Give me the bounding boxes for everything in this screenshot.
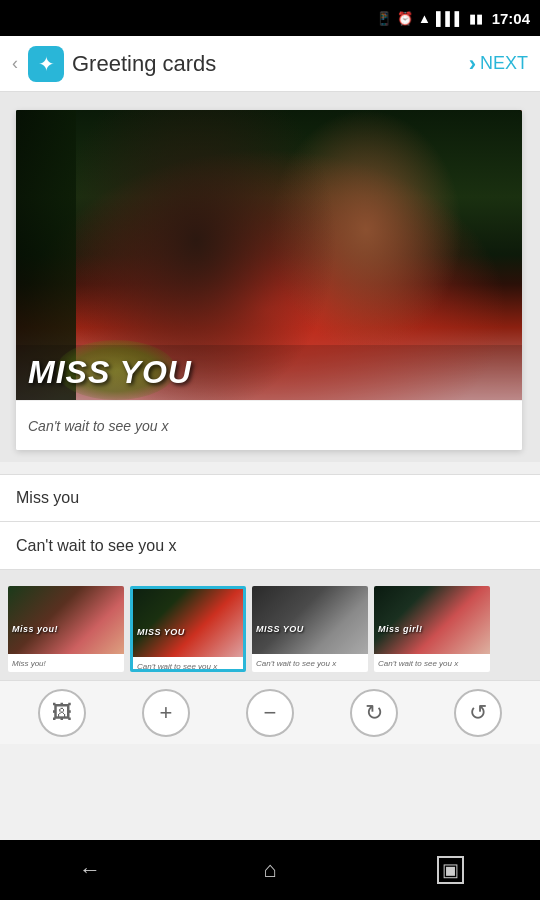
text-field-title-value[interactable]: Miss you	[16, 489, 524, 507]
next-label: NEXT	[480, 53, 528, 74]
card-main-text: MISS YOU	[28, 355, 510, 390]
thumb-photo-1: Miss you!	[8, 586, 124, 654]
status-bar: 📱 ⏰ ▲ ▌▌▌ ▮▮ 17:04	[0, 0, 540, 36]
thumb-photo-3: MISS YOU	[252, 586, 368, 654]
thumbnail-3[interactable]: MISS YOU Can't wait to see you x	[252, 586, 368, 672]
card-text-overlay: MISS YOU	[16, 345, 522, 400]
wifi-icon: ▲	[418, 11, 431, 26]
app-icon: ✦	[28, 46, 64, 82]
sim-icon: 📱	[376, 11, 392, 26]
thumb-photo-4: Miss girl!	[374, 586, 490, 654]
text-field-subtitle-value[interactable]: Can't wait to see you x	[16, 537, 524, 555]
card-preview[interactable]: MISS YOU Can't wait to see you x	[16, 110, 522, 450]
add-button[interactable]: +	[142, 689, 190, 737]
thumb-text-overlay-4: Miss girl!	[378, 618, 486, 636]
rotate-button[interactable]: ↻	[350, 689, 398, 737]
thumbnail-4[interactable]: Miss girl! Can't wait to see you x	[374, 586, 490, 672]
toolbar: 🖼 + − ↻ ↺	[0, 680, 540, 744]
thumbnail-1[interactable]: Miss you! Miss you!	[8, 586, 124, 672]
nav-recents-icon: ▣	[437, 856, 464, 884]
thumb-text-overlay-2: MISS YOU	[137, 621, 239, 639]
thumb-main-text-4: Miss girl!	[378, 624, 423, 634]
thumb-caption-1: Miss you!	[12, 659, 46, 668]
thumb-caption-4: Can't wait to see you x	[378, 659, 458, 668]
battery-icon: ▮▮	[469, 11, 483, 26]
remove-button[interactable]: −	[246, 689, 294, 737]
thumb-caption-3: Can't wait to see you x	[256, 659, 336, 668]
status-icons: 📱 ⏰ ▲ ▌▌▌ ▮▮ 17:04	[376, 10, 530, 27]
thumb-photo-2: MISS YOU	[133, 589, 243, 657]
nav-home-icon: ⌂	[263, 857, 276, 883]
undo-button[interactable]: ↺	[454, 689, 502, 737]
thumbnail-2[interactable]: MISS YOU Can't wait to see you x	[130, 586, 246, 672]
nav-back-button[interactable]: ←	[60, 850, 120, 890]
text-fields-section: Miss you Can't wait to see you x	[0, 474, 540, 578]
next-chevron-icon: ›	[469, 51, 476, 77]
image-icon: 🖼	[52, 701, 72, 724]
thumbnails-section: Miss you! Miss you! MISS YOU Can't wait …	[0, 578, 540, 680]
thumb-footer-4: Can't wait to see you x	[374, 654, 490, 672]
remove-icon: −	[264, 700, 277, 726]
thumb-footer-1: Miss you!	[8, 654, 124, 672]
signal-icon: ▌▌▌	[436, 11, 464, 26]
thumb-text-overlay-3: MISS YOU	[256, 618, 364, 636]
rotate-icon: ↻	[365, 700, 383, 726]
nav-recents-button[interactable]: ▣	[420, 850, 480, 890]
status-time: 17:04	[492, 10, 530, 27]
nav-back-icon: ←	[79, 857, 101, 883]
thumb-footer-3: Can't wait to see you x	[252, 654, 368, 672]
thumb-main-text-2: MISS YOU	[137, 627, 185, 637]
app-logo-icon: ✦	[38, 54, 55, 74]
card-sub-text: Can't wait to see you x	[28, 418, 168, 434]
add-icon: +	[160, 700, 173, 726]
next-button[interactable]: › NEXT	[469, 51, 528, 77]
text-field-row-subtitle[interactable]: Can't wait to see you x	[0, 522, 540, 570]
back-arrow-icon[interactable]: ‹	[12, 53, 18, 74]
card-photo: MISS YOU	[16, 110, 522, 400]
thumb-text-overlay-1: Miss you!	[12, 618, 120, 636]
app-title: Greeting cards	[72, 51, 216, 77]
undo-icon: ↺	[469, 700, 487, 726]
image-button[interactable]: 🖼	[38, 689, 86, 737]
card-footer: Can't wait to see you x	[16, 400, 522, 450]
thumb-main-text-1: Miss you!	[12, 624, 58, 634]
nav-home-button[interactable]: ⌂	[240, 850, 300, 890]
thumb-main-text-3: MISS YOU	[256, 624, 304, 634]
nav-bar: ← ⌂ ▣	[0, 840, 540, 900]
thumb-footer-2: Can't wait to see you x	[133, 657, 243, 672]
thumb-caption-2: Can't wait to see you x	[137, 662, 217, 671]
app-bar: ‹ ✦ Greeting cards › NEXT	[0, 36, 540, 92]
text-field-row-title[interactable]: Miss you	[0, 474, 540, 522]
clock-icon: ⏰	[397, 11, 413, 26]
main-content: MISS YOU Can't wait to see you x	[0, 92, 540, 462]
app-bar-left: ‹ ✦ Greeting cards	[12, 46, 216, 82]
